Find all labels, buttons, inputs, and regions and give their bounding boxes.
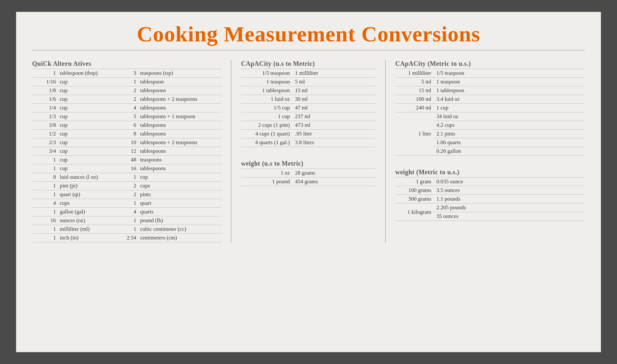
right-value: 1 bbox=[122, 225, 138, 234]
table-row: 15 ml 1 tablespoon bbox=[395, 86, 585, 95]
right-value: 4 bbox=[122, 208, 138, 216]
left-value: 1 bbox=[32, 225, 58, 234]
table-row: 1/5 teaspoon 1 milliliter bbox=[241, 69, 376, 78]
left-unit: milliliter (ml) bbox=[58, 225, 122, 234]
table-row: 1/6 cup 2 tablespoons + 2 teaspoons bbox=[32, 95, 221, 104]
weight-left: 100 grams bbox=[395, 186, 434, 195]
table-row: 2 cups (1 pint) 473 ml bbox=[241, 121, 376, 130]
weight-right: 454 grams bbox=[292, 178, 376, 186]
left-value: 16 bbox=[32, 216, 58, 225]
page-title: Cooking Measurement Conversions bbox=[32, 22, 585, 50]
table-row: 1 kilogram 2.205 pounds bbox=[395, 204, 585, 212]
left-value: 1 bbox=[32, 69, 58, 78]
table-row: 1 milliliter 1/5 teaspoon bbox=[395, 69, 585, 78]
weight-left: 1 pound bbox=[241, 178, 292, 186]
right-capacity-title: CApACity (Metric to u.s.) bbox=[395, 60, 585, 67]
table-row: 1/4 cup 4 tablespoons bbox=[32, 104, 221, 112]
capacity-metric-to-us-table: 1 milliliter 1/5 teaspoon 5 ml 1 teaspoo… bbox=[395, 69, 585, 156]
right-unit: teaspoons bbox=[138, 156, 221, 164]
right-unit: tablespoons bbox=[138, 164, 221, 173]
right-unit: tablespoons bbox=[138, 130, 221, 138]
right-value: 2 bbox=[122, 182, 138, 190]
table-row: 1/3 cup 5 tablespoons + 1 teaspoon bbox=[32, 112, 221, 121]
right-value: 3 bbox=[122, 69, 138, 78]
quick-alternatives-table: 1 tablespoon (tbsp) 3 teaspoons (tsp) 1/… bbox=[32, 69, 221, 242]
table-row: 4 quarts (1 gal.) 3.8 liters bbox=[241, 138, 376, 147]
rcap-right: 3.4 luid oz bbox=[434, 95, 585, 104]
left-unit: gallon (gal) bbox=[58, 208, 122, 216]
table-row: 1 milliliter (ml) 1 cubic centimeter (cc… bbox=[32, 225, 221, 234]
left-value: 1/8 bbox=[32, 86, 58, 95]
kg-value: 35 ounces bbox=[434, 212, 585, 221]
right-value: 10 bbox=[122, 138, 138, 147]
rcap-left: 100 ml bbox=[395, 95, 434, 104]
weight-right: 28 grams bbox=[292, 169, 376, 178]
weight-left: 500 grams bbox=[395, 195, 434, 204]
left-unit: cup bbox=[58, 121, 122, 130]
weight-right: 0.035 ounce bbox=[434, 178, 585, 186]
cap-right: .95 liter bbox=[292, 130, 376, 138]
liter-value: 0.26 gallon bbox=[434, 147, 585, 156]
right-unit: tablespoons + 1 teaspoon bbox=[138, 112, 221, 121]
capacity-us-to-metric-table: 1/5 teaspoon 1 milliliter 1 teaspoon 5 m… bbox=[241, 69, 376, 147]
table-row: 500 grams 1.1 pounds bbox=[395, 195, 585, 204]
table-row: 1 cup 237 ml bbox=[241, 112, 376, 121]
weight-right-section: weight (Metric to u.s.) 1 gram 0.035 oun… bbox=[395, 169, 585, 221]
table-row: 1 teaspoon 5 ml bbox=[241, 78, 376, 86]
right-unit: tablespoon bbox=[138, 78, 221, 86]
left-section: QuiCk Altern Atives 1 tablespoon (tbsp) … bbox=[32, 60, 231, 242]
cap-left: 4 cups (1 quart) bbox=[241, 130, 292, 138]
left-unit: ounces (oz) bbox=[58, 216, 122, 225]
left-value: 1/4 bbox=[32, 104, 58, 112]
table-row: 1 quart (qt) 2 pints bbox=[32, 190, 221, 199]
left-value: 8 bbox=[32, 173, 58, 182]
right-value: 48 bbox=[122, 156, 138, 164]
table-row: 3/8 cup 6 tablespoons bbox=[32, 121, 221, 130]
left-value: 4 bbox=[32, 199, 58, 208]
cap-left: 1 cup bbox=[241, 112, 292, 121]
cap-left: 4 quarts (1 gal.) bbox=[241, 138, 292, 147]
left-value: 1 bbox=[32, 164, 58, 173]
cap-left: 1 luid oz bbox=[241, 95, 292, 104]
left-value: 1/6 bbox=[32, 95, 58, 104]
table-row: 1 luid oz 30 ml bbox=[241, 95, 376, 104]
table-row: 4 cups 1 quart bbox=[32, 199, 221, 208]
table-row: 1 pound 454 grams bbox=[241, 178, 376, 186]
left-unit: inch (in) bbox=[58, 234, 122, 242]
middle-section: CApACity (u.s to Metric) 1/5 teaspoon 1 … bbox=[231, 60, 386, 242]
table-row: 1 oz 28 grams bbox=[241, 169, 376, 178]
right-unit: cup bbox=[138, 173, 221, 182]
right-unit: pints bbox=[138, 190, 221, 199]
left-unit: quart (qt) bbox=[58, 190, 122, 199]
left-unit: tablespoon (tbsp) bbox=[58, 69, 122, 78]
left-unit: cup bbox=[58, 86, 122, 95]
table-row: 1 tablespoon 15 ml bbox=[241, 86, 376, 95]
main-content: QuiCk Altern Atives 1 tablespoon (tbsp) … bbox=[32, 60, 585, 242]
kg-label: 1 kilogram bbox=[395, 204, 434, 221]
liter-label: 1 liter bbox=[395, 112, 434, 156]
right-unit: tablespoons bbox=[138, 147, 221, 156]
rcap-left: 1 milliliter bbox=[395, 69, 434, 78]
right-unit: tablespoons bbox=[138, 104, 221, 112]
table-row: 100 grams 3.5 ounces bbox=[395, 186, 585, 195]
page-container: Cooking Measurement Conversions QuiCk Al… bbox=[16, 12, 601, 352]
right-unit: tablespoons bbox=[138, 121, 221, 130]
left-value: 1 bbox=[32, 182, 58, 190]
table-row: 240 ml 1 cup bbox=[395, 104, 585, 112]
table-row: 2/3 cup 10 tablespoons + 2 teaspoons bbox=[32, 138, 221, 147]
right-value: 2.54 bbox=[122, 234, 138, 242]
table-row: 1 pint (pt) 2 cups bbox=[32, 182, 221, 190]
rcap-right: 1 tablespoon bbox=[434, 86, 585, 95]
right-value: 12 bbox=[122, 147, 138, 156]
cap-right: 473 ml bbox=[292, 121, 376, 130]
left-section-title: QuiCk Altern Atives bbox=[32, 60, 221, 67]
cap-left: 1 tablespoon bbox=[241, 86, 292, 95]
right-unit: teaspoons (tsp) bbox=[138, 69, 221, 78]
left-unit: cup bbox=[58, 156, 122, 164]
table-row: 1 cup 16 tablespoons bbox=[32, 164, 221, 173]
table-row: 1/16 cup 1 tablespoon bbox=[32, 78, 221, 86]
title-divider bbox=[32, 50, 585, 50]
weight-left: 1 oz bbox=[241, 169, 292, 178]
rcap-left: 240 ml bbox=[395, 104, 434, 112]
liter-value: 4.2 cups bbox=[434, 121, 585, 130]
